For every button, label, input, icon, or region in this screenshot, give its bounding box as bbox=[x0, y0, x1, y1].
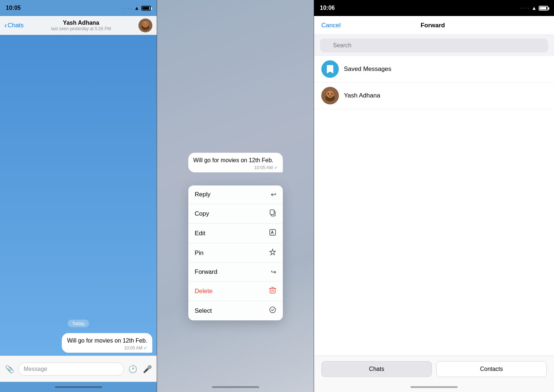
context-menu-forward[interactable]: Forward ↪︎ bbox=[188, 263, 283, 281]
message-input[interactable]: Message bbox=[18, 363, 124, 376]
attachment-button[interactable]: 📎 bbox=[4, 363, 15, 375]
copy-label: Copy bbox=[195, 210, 209, 217]
back-chevron-icon: ‹ bbox=[4, 21, 7, 29]
chat-input-bar: 📎 Message 🕐 🎤 bbox=[0, 356, 157, 382]
svg-rect-8 bbox=[270, 288, 275, 293]
saved-messages-avatar bbox=[321, 60, 339, 78]
search-input[interactable] bbox=[320, 39, 548, 52]
context-menu-select[interactable]: Select bbox=[188, 301, 283, 320]
svg-point-12 bbox=[326, 91, 334, 98]
select-label: Select bbox=[195, 307, 212, 315]
back-label: Chats bbox=[8, 22, 24, 29]
search-wrapper: 🔍 bbox=[320, 39, 548, 52]
yash-avatar-svg bbox=[321, 87, 339, 104]
svg-point-3 bbox=[144, 23, 145, 24]
contacts-tab[interactable]: Contacts bbox=[436, 361, 547, 377]
list-item-yash-adhana[interactable]: Yash Adhana bbox=[314, 83, 554, 109]
message-text: Will go for movies on 12th Feb. bbox=[67, 337, 147, 345]
context-menu: Reply ↩︎ Copy Edit bbox=[188, 185, 283, 320]
avatar-image bbox=[138, 19, 152, 32]
home-bar bbox=[55, 386, 102, 388]
reply-icon: ↩︎ bbox=[271, 191, 276, 199]
context-message-time: 10:05 AM bbox=[254, 165, 273, 170]
svg-point-13 bbox=[328, 93, 329, 95]
voice-button[interactable]: 🎤 bbox=[141, 363, 153, 375]
context-menu-reply[interactable]: Reply ↩︎ bbox=[188, 185, 283, 204]
forward-panel: 10:06 · · · · ▲ .battery-icon::after{ ba… bbox=[314, 0, 554, 392]
forward-label: Forward bbox=[195, 268, 217, 276]
context-menu-edit[interactable]: Edit bbox=[188, 224, 283, 243]
context-panel: Will go for movies on 12th Feb. 10:05 AM… bbox=[157, 0, 314, 392]
forward-icon: ↪︎ bbox=[271, 268, 276, 276]
svg-rect-6 bbox=[270, 210, 274, 215]
contact-avatar[interactable] bbox=[138, 19, 152, 32]
message-placeholder: Message bbox=[24, 366, 47, 372]
forward-status-time: 10:06 bbox=[320, 5, 335, 11]
date-badge-text: Today bbox=[68, 320, 89, 327]
reply-label: Reply bbox=[195, 191, 210, 198]
avatar-svg bbox=[138, 19, 152, 32]
forward-wifi-icon: ▲ bbox=[531, 5, 537, 11]
message-bubble: Will go for movies on 12th Feb. 10:05 AM… bbox=[62, 333, 152, 353]
context-menu-copy[interactable]: Copy bbox=[188, 204, 283, 224]
context-message-meta: 10:05 AM ✓ bbox=[193, 165, 278, 170]
svg-point-2 bbox=[142, 21, 148, 27]
yash-avatar bbox=[321, 87, 339, 104]
svg-point-14 bbox=[331, 93, 333, 95]
status-icons: · · · · ▲ bbox=[123, 5, 151, 11]
sticker-button[interactable]: 🕐 bbox=[127, 363, 138, 375]
yash-adhana-name: Yash Adhana bbox=[344, 92, 380, 99]
edit-icon bbox=[269, 229, 276, 238]
context-message-bubble: Will go for movies on 12th Feb. 10:05 AM… bbox=[188, 153, 283, 172]
status-bar: 10:05 · · · · ▲ bbox=[0, 0, 157, 16]
forward-status-bar: 10:06 · · · · ▲ .battery-icon::after{ ba… bbox=[314, 0, 554, 16]
delete-icon bbox=[269, 287, 276, 296]
forward-home-indicator bbox=[314, 382, 554, 392]
forward-title: Forward bbox=[421, 22, 445, 29]
select-icon bbox=[269, 306, 276, 315]
list-item-saved-messages[interactable]: Saved Messages bbox=[314, 56, 554, 83]
delete-label: Delete bbox=[195, 288, 213, 295]
read-receipt-icon: ✓ bbox=[144, 345, 147, 351]
chat-body: Today Will go for movies on 12th Feb. 10… bbox=[0, 35, 157, 356]
context-read-receipt: ✓ bbox=[274, 165, 278, 170]
status-time: 10:05 bbox=[6, 5, 21, 11]
back-button[interactable]: ‹ Chats bbox=[4, 21, 24, 29]
forward-nav-bar: Cancel Forward bbox=[314, 16, 554, 35]
forward-search-bar: 🔍 bbox=[314, 35, 554, 56]
message-time: 10:05 AM bbox=[124, 345, 142, 351]
forward-list: Saved Messages Yash Adhana bbox=[314, 56, 554, 356]
bookmark-svg bbox=[325, 64, 336, 75]
battery-icon bbox=[141, 6, 151, 11]
chat-nav-bar: ‹ Chats Yash Adhana last seen yesterday … bbox=[0, 16, 157, 35]
context-home-indicator bbox=[157, 382, 314, 392]
context-message-text: Will go for movies on 12th Feb. bbox=[193, 156, 278, 164]
contact-status: last seen yesterday at 5:26 PM bbox=[51, 26, 111, 31]
home-indicator bbox=[0, 382, 157, 392]
pin-icon bbox=[269, 248, 276, 257]
chats-tab[interactable]: Chats bbox=[321, 361, 432, 377]
saved-messages-name: Saved Messages bbox=[344, 65, 391, 73]
wifi-icon: ▲ bbox=[134, 5, 139, 11]
svg-point-4 bbox=[146, 23, 148, 24]
edit-label: Edit bbox=[195, 230, 205, 237]
forward-bottom-tabs: Chats Contacts bbox=[314, 356, 554, 382]
forward-battery-icon: .battery-icon::after{ background: #fff; … bbox=[539, 6, 548, 11]
message-meta: 10:05 AM ✓ bbox=[67, 345, 147, 351]
copy-icon bbox=[269, 209, 276, 218]
contact-name: Yash Adhana bbox=[63, 20, 99, 26]
cancel-button[interactable]: Cancel bbox=[321, 22, 341, 29]
forward-status-icons: · · · · ▲ .battery-icon::after{ backgrou… bbox=[520, 5, 548, 11]
signal-icon: · · · · bbox=[123, 6, 132, 10]
forward-home-bar bbox=[410, 386, 458, 388]
chat-panel: 10:05 · · · · ▲ ‹ Chats Yash Adhana last… bbox=[0, 0, 157, 392]
pin-label: Pin bbox=[195, 249, 204, 257]
forward-signal-icon: · · · · bbox=[520, 6, 529, 10]
context-menu-pin[interactable]: Pin bbox=[188, 243, 283, 263]
context-menu-delete[interactable]: Delete bbox=[188, 281, 283, 301]
svg-point-9 bbox=[270, 307, 276, 313]
context-home-bar bbox=[212, 386, 259, 388]
chat-nav-center: Yash Adhana last seen yesterday at 5:26 … bbox=[27, 20, 136, 31]
date-badge: Today bbox=[4, 320, 152, 327]
